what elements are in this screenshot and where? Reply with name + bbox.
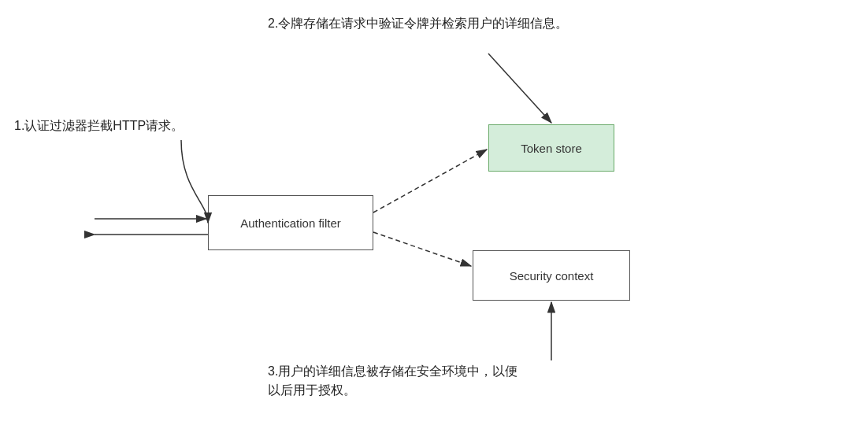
token-store-box: Token store bbox=[488, 124, 614, 172]
token-store-label: Token store bbox=[521, 142, 582, 155]
security-context-label: Security context bbox=[510, 269, 594, 283]
svg-line-4 bbox=[373, 150, 487, 212]
auth-filter-box: Authentication filter bbox=[208, 195, 373, 250]
svg-line-2 bbox=[488, 54, 551, 123]
label-3: 3.用户的详细信息被存储在安全环境中，以便 以后用于授权。 bbox=[268, 362, 517, 400]
label-1: 1.认证过滤器拦截HTTP请求。 bbox=[14, 116, 184, 135]
auth-filter-label: Authentication filter bbox=[240, 216, 341, 230]
label-2: 2.令牌存储在请求中验证令牌并检索用户的详细信息。 bbox=[268, 14, 568, 33]
security-context-box: Security context bbox=[473, 250, 630, 301]
svg-line-5 bbox=[373, 232, 471, 266]
diagram: 1.认证过滤器拦截HTTP请求。 2.令牌存储在请求中验证令牌并检索用户的详细信… bbox=[0, 0, 868, 436]
